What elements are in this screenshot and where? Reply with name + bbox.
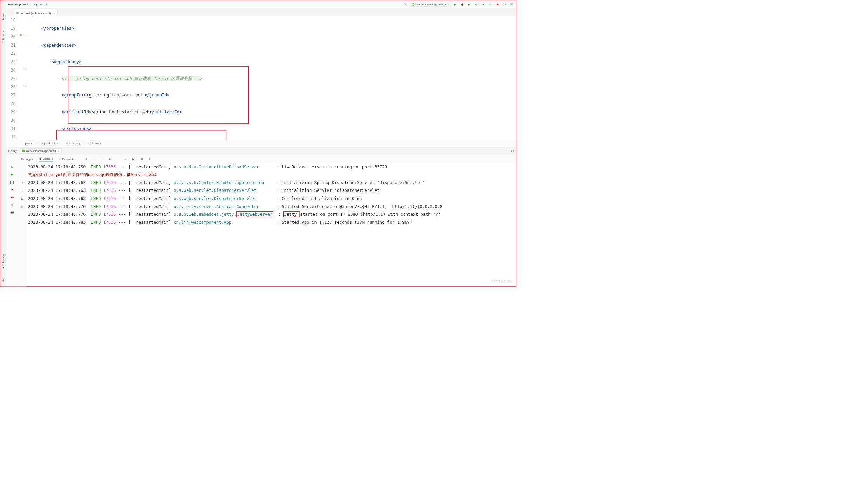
- console-action-column: ↑ ↓ ⇥ ⤓ 🖶 🗑: [18, 163, 26, 287]
- structure-tool[interactable]: 7: Structure: [2, 31, 5, 43]
- lang-button[interactable]: 文: [510, 2, 514, 6]
- debug-label: Debug:: [8, 149, 17, 153]
- structure-breadcrumb: project〉 dependencies〉 dependency〉 exclu…: [6, 140, 516, 147]
- breadcrumb-file[interactable]: mpom.xml: [33, 2, 47, 6]
- debug-action-column: ↻ ▶ ❚❚ ■ ●● ⊘ 📷: [6, 163, 18, 287]
- step-out-icon[interactable]: ↑: [115, 156, 120, 161]
- tab-debugger[interactable]: Debugger: [21, 156, 34, 162]
- web-tool[interactable]: Web: [2, 277, 5, 282]
- watermark: CSDN @金朝钧: [491, 280, 512, 283]
- left-tool-rail: 1: Project 7: Structure ★2: Favorites We…: [0, 0, 6, 286]
- line-gutter: 18192021222324252627282930313233343536: [6, 16, 18, 140]
- tab-pom[interactable]: m pom.xml (webcomponent) ×: [14, 10, 58, 16]
- mute-breakpoints-button[interactable]: ⊘: [9, 202, 14, 207]
- crumb-project[interactable]: project: [25, 142, 33, 145]
- profile-button[interactable]: ◷: [474, 2, 479, 6]
- close-icon[interactable]: ×: [54, 11, 55, 14]
- fold-column: ⊟ ⊟ ⊟ ⊟: [24, 16, 30, 140]
- step-into-icon[interactable]: ↓: [100, 156, 104, 161]
- top-toolbar: webcomponent 〉 mpom.xml 🔨 WebcomponentAp…: [6, 0, 516, 8]
- run-to-cursor-icon[interactable]: ▶|: [131, 156, 136, 161]
- close-icon[interactable]: ×: [58, 149, 59, 152]
- debug-toolbar: Debug: WebcomponentApplication × ⚙: [6, 147, 516, 155]
- gear-icon[interactable]: ⚙: [511, 149, 514, 153]
- crumb-dependencies[interactable]: dependencies: [41, 142, 58, 145]
- tab-label: pom.xml (webcomponent): [20, 11, 51, 14]
- update-button[interactable]: ⟳: [503, 2, 507, 6]
- run-button[interactable]: ▶: [453, 2, 457, 6]
- threads-icon[interactable]: ≡: [84, 156, 89, 161]
- tab-console[interactable]: ▣Console: [39, 156, 53, 162]
- debug-button[interactable]: 🐞: [460, 2, 464, 6]
- resume-button[interactable]: ▶: [9, 172, 14, 177]
- soft-wrap-icon[interactable]: ⇥: [20, 180, 25, 185]
- breadcrumb: webcomponent 〉 mpom.xml: [8, 2, 47, 6]
- run-gutter: [18, 16, 24, 140]
- debug-panel-tabs: Debugger ▣Console ✦Endpoints ≡ ⤻ ↓ ⇊ ↑ ⤺…: [6, 155, 516, 162]
- crumb-dependency[interactable]: dependency: [66, 142, 80, 145]
- settings-icon[interactable]: ⚟: [147, 156, 152, 161]
- down-icon[interactable]: ↓: [20, 172, 25, 177]
- coverage-button[interactable]: ▶: [467, 2, 472, 6]
- debug-session-tab[interactable]: WebcomponentApplication ×: [20, 148, 62, 153]
- stop-debug-button[interactable]: ■: [9, 187, 14, 192]
- rerun-button[interactable]: ↻: [9, 165, 14, 169]
- svg-point-3: [22, 150, 25, 152]
- scroll-end-icon[interactable]: ⤓: [20, 188, 25, 193]
- clear-icon[interactable]: 🗑: [20, 204, 25, 209]
- view-breakpoints-button[interactable]: ●●: [9, 194, 14, 199]
- run-config-select[interactable]: WebcomponentApplication: [410, 2, 450, 7]
- editor-tabs: m pom.xml (webcomponent) ×: [6, 8, 516, 16]
- pause-button[interactable]: ❚❚: [9, 179, 14, 184]
- gutter-run-icon[interactable]: [19, 33, 23, 37]
- force-step-into-icon[interactable]: ⇊: [108, 156, 113, 161]
- more-button[interactable]: ⋯: [481, 2, 486, 6]
- up-icon[interactable]: ↑: [20, 165, 25, 169]
- crumb-exclusions[interactable]: exclusions: [88, 142, 101, 145]
- step-over-icon[interactable]: ⤻: [92, 156, 97, 161]
- print-icon[interactable]: 🖶: [20, 196, 25, 201]
- favorites-tool[interactable]: ★2: Favorites: [2, 254, 5, 269]
- breadcrumb-root[interactable]: webcomponent: [8, 3, 28, 6]
- build-button[interactable]: 🔨: [403, 2, 407, 6]
- attach-button[interactable]: ⎋: [488, 2, 493, 6]
- camera-icon[interactable]: 📷: [9, 209, 14, 214]
- stop-button[interactable]: ■: [496, 2, 500, 6]
- evaluate-icon[interactable]: ▦: [139, 156, 144, 161]
- project-tool[interactable]: 1: Project: [2, 13, 5, 23]
- tab-endpoints[interactable]: ✦Endpoints: [58, 156, 75, 162]
- code-editor[interactable]: </properties> <dependencies> <dependency…: [29, 16, 516, 140]
- drop-frame-icon[interactable]: ⤺: [123, 156, 128, 161]
- console-output[interactable]: 2023-08-24 17:18:48.750 INFO 17636 --- […: [26, 163, 516, 287]
- run-config-name: WebcomponentApplication: [416, 3, 446, 6]
